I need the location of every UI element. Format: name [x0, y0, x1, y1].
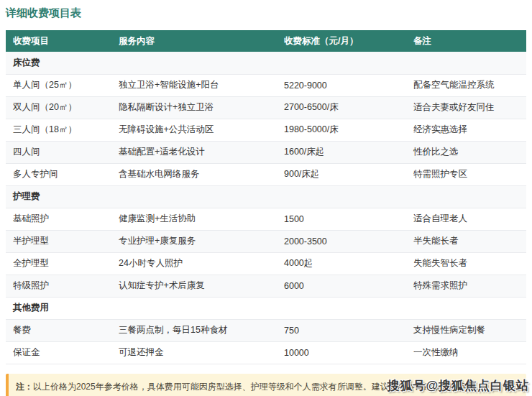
cell-remark: 失能失智长者 [406, 252, 526, 275]
table-header-row: 收费项目 服务内容 收费标准（元/月） 备注 [6, 30, 526, 52]
cell-price: 900/床起 [277, 163, 406, 185]
cell-service: 三餐两点制，每日15种食材 [111, 319, 277, 341]
cell-service: 健康监测+生活协助 [111, 208, 277, 230]
cell-service: 认知症专护+术后康复 [111, 275, 277, 297]
cell-remark: 配备空气能温控系统 [406, 74, 526, 96]
table-row: 三人间（18㎡） 无障碍设施+公共活动区 1980-5000/床 经济实惠选择 [6, 119, 526, 141]
section-label: 床位费 [6, 52, 526, 74]
cell-service: 基础配置+适老化设计 [111, 141, 277, 163]
note-prefix: 注： [16, 382, 33, 392]
cell-price: 4000起 [277, 252, 406, 275]
header-fee-standard: 收费标准（元/月） [277, 30, 406, 52]
cell-price: 10000 [277, 341, 406, 364]
cell-service: 专业护理+康复服务 [111, 230, 277, 252]
cell-item-name: 双人间（20㎡） [6, 96, 111, 119]
section-row-other-fees: 其他费用 [6, 297, 526, 319]
cell-service: 隐私隔断设计+独立卫浴 [111, 96, 277, 119]
cell-item-name: 三人间（18㎡） [6, 119, 111, 141]
cell-remark: 特需照护专区 [406, 163, 526, 185]
cell-item-name: 保证金 [6, 341, 111, 364]
cell-price: 6000 [277, 275, 406, 297]
cell-remark: 经济实惠选择 [406, 119, 526, 141]
cell-price: 5220-9000 [277, 74, 406, 96]
cell-remark: 一次性缴纳 [406, 341, 526, 364]
cell-item-name: 基础照护 [6, 208, 111, 230]
table-row: 四人间 基础配置+适老化设计 1600/床起 性价比之选 [6, 141, 526, 163]
cell-price: 1500 [277, 208, 406, 230]
cell-item-name: 单人间（25㎡） [6, 74, 111, 96]
table-row: 双人间（20㎡） 隐私隔断设计+独立卫浴 2700-6500/床 适合夫妻或好友… [6, 96, 526, 119]
cell-item-name: 全护理型 [6, 252, 111, 275]
cell-service: 含基础水电网络服务 [111, 163, 277, 185]
page-title: 详细收费项目表 [6, 6, 526, 20]
section-row-bed-fee: 床位费 [6, 52, 526, 74]
cell-item-name: 多人专护间 [6, 163, 111, 185]
table-row: 特级照护 认知症专护+术后康复 6000 特殊需求照护 [6, 275, 526, 297]
header-fee-item: 收费项目 [6, 30, 111, 52]
table-row: 单人间（25㎡） 独立卫浴+智能设施+阳台 5220-9000 配备空气能温控系… [6, 74, 526, 96]
watermark: 搜狐号@搜狐焦点白银站 [387, 377, 529, 394]
section-row-nursing-fee: 护理费 [6, 185, 526, 208]
cell-price: 750 [277, 319, 406, 341]
cell-remark: 特殊需求照护 [406, 275, 526, 297]
header-service-content: 服务内容 [111, 30, 277, 52]
table-row: 多人专护间 含基础水电网络服务 900/床起 特需照护专区 [6, 163, 526, 185]
cell-service: 无障碍设施+公共活动区 [111, 119, 277, 141]
cell-item-name: 半护理型 [6, 230, 111, 252]
cell-service: 24小时专人照护 [111, 252, 277, 275]
cell-price: 1600/床起 [277, 141, 406, 163]
cell-price: 1980-5000/床 [277, 119, 406, 141]
table-row: 全护理型 24小时专人照护 4000起 失能失智长者 [6, 252, 526, 275]
table-row: 保证金 可退还押金 10000 一次性缴纳 [6, 341, 526, 364]
cell-remark: 支持慢性病定制餐 [406, 319, 526, 341]
table-row: 基础照护 健康监测+生活协助 1500 适合自理老人 [6, 208, 526, 230]
table-row: 餐费 三餐两点制，每日15种食材 750 支持慢性病定制餐 [6, 319, 526, 341]
cell-remark: 半失能长者 [406, 230, 526, 252]
section-label: 其他费用 [6, 297, 526, 319]
cell-price: 2000-3500 [277, 230, 406, 252]
cell-item-name: 特级照护 [6, 275, 111, 297]
header-remarks: 备注 [406, 30, 526, 52]
cell-remark: 适合夫妻或好友同住 [406, 96, 526, 119]
cell-remark: 适合自理老人 [406, 208, 526, 230]
cell-remark: 性价比之选 [406, 141, 526, 163]
cell-item-name: 四人间 [6, 141, 111, 163]
table-row: 半护理型 专业护理+康复服务 2000-3500 半失能长者 [6, 230, 526, 252]
page: 详细收费项目表 收费项目 服务内容 收费标准（元/月） 备注 床位费 单人间（2… [0, 0, 532, 396]
section-label: 护理费 [6, 185, 526, 208]
cell-item-name: 餐费 [6, 319, 111, 341]
cell-price: 2700-6500/床 [277, 96, 406, 119]
cell-service: 独立卫浴+智能设施+阳台 [111, 74, 277, 96]
cell-service: 可退还押金 [111, 341, 277, 364]
fees-table: 收费项目 服务内容 收费标准（元/月） 备注 床位费 单人间（25㎡） 独立卫浴… [6, 30, 526, 364]
